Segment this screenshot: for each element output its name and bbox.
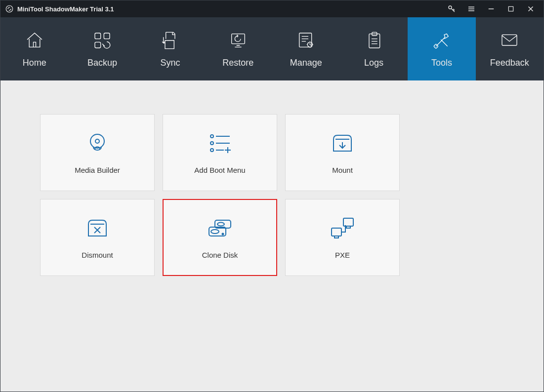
add-boot-menu-icon xyxy=(206,131,234,155)
nav-feedback[interactable]: Feedback xyxy=(476,17,544,80)
tile-label: PXE xyxy=(335,251,350,259)
svg-rect-2 xyxy=(508,6,513,11)
nav-sync[interactable]: Sync xyxy=(136,17,204,80)
app-logo-icon xyxy=(4,4,14,14)
clone-disk-icon xyxy=(206,216,234,240)
nav-label: Backup xyxy=(87,58,117,68)
logs-icon xyxy=(364,30,384,51)
tile-media-builder[interactable]: Media Builder xyxy=(40,114,155,191)
nav-backup[interactable]: Backup xyxy=(68,17,136,80)
nav-label: Feedback xyxy=(490,58,529,68)
main-nav: Home Backup xyxy=(0,17,544,80)
tile-dismount[interactable]: Dismount xyxy=(40,199,155,276)
tile-label: Dismount xyxy=(82,251,113,259)
svg-rect-5 xyxy=(95,42,101,48)
tile-label: Clone Disk xyxy=(202,251,238,259)
nav-restore[interactable]: Restore xyxy=(204,17,272,80)
svg-rect-7 xyxy=(299,33,312,47)
close-button[interactable] xyxy=(521,0,541,17)
svg-point-16 xyxy=(210,142,213,145)
svg-rect-6 xyxy=(231,34,245,43)
maximize-button[interactable] xyxy=(501,0,521,17)
app-title: MiniTool ShadowMaker Trial 3.1 xyxy=(17,5,114,13)
dismount-icon xyxy=(84,216,111,240)
tile-pxe[interactable]: PXE xyxy=(285,199,400,276)
svg-point-0 xyxy=(6,5,13,12)
sync-icon xyxy=(160,30,180,51)
tile-label: Media Builder xyxy=(75,166,120,174)
tools-panel: Media Builder Add Boot Menu xyxy=(0,80,544,392)
nav-label: Tools xyxy=(431,58,452,68)
app-window: MiniTool ShadowMaker Trial 3.1 xyxy=(0,0,544,392)
svg-rect-23 xyxy=(343,218,353,226)
restore-icon xyxy=(228,30,249,51)
pxe-icon xyxy=(329,216,356,240)
tile-clone-disk[interactable]: Clone Disk xyxy=(163,199,277,276)
minimize-button[interactable] xyxy=(481,0,501,17)
svg-rect-4 xyxy=(104,33,110,39)
nav-manage[interactable]: Manage xyxy=(272,17,340,80)
nav-tools[interactable]: Tools xyxy=(408,17,475,80)
menu-button[interactable] xyxy=(461,0,481,17)
backup-icon xyxy=(92,30,113,51)
svg-rect-9 xyxy=(369,34,380,47)
tile-label: Add Boot Menu xyxy=(194,166,245,174)
svg-point-15 xyxy=(210,135,213,138)
nav-label: Sync xyxy=(160,58,180,68)
svg-rect-12 xyxy=(502,35,517,45)
tools-icon xyxy=(431,30,452,51)
svg-point-14 xyxy=(95,139,99,143)
tile-mount[interactable]: Mount xyxy=(285,114,400,191)
svg-point-1 xyxy=(449,6,452,9)
svg-point-19 xyxy=(211,230,219,234)
nav-label: Manage xyxy=(290,58,322,68)
key-button[interactable] xyxy=(442,0,461,17)
mount-icon xyxy=(329,131,356,155)
svg-point-20 xyxy=(222,233,224,235)
svg-rect-24 xyxy=(332,228,341,236)
manage-icon xyxy=(295,30,316,51)
svg-rect-3 xyxy=(95,33,101,39)
tile-label: Mount xyxy=(332,166,353,174)
feedback-icon xyxy=(499,30,520,51)
nav-home[interactable]: Home xyxy=(0,17,68,80)
nav-label: Home xyxy=(23,58,46,68)
home-icon xyxy=(24,30,45,51)
svg-point-17 xyxy=(210,149,213,152)
nav-label: Restore xyxy=(222,58,253,68)
titlebar: MiniTool ShadowMaker Trial 3.1 xyxy=(0,0,544,17)
media-builder-icon xyxy=(84,131,111,155)
svg-point-22 xyxy=(217,222,224,226)
nav-logs[interactable]: Logs xyxy=(340,17,408,80)
nav-label: Logs xyxy=(364,58,383,68)
tile-add-boot-menu[interactable]: Add Boot Menu xyxy=(163,114,277,191)
svg-point-13 xyxy=(90,134,104,148)
